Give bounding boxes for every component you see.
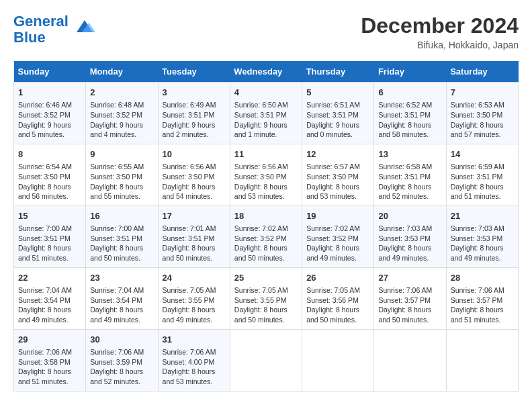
day-header-saturday: Saturday [446,61,518,83]
day-number: 30 [90,334,153,346]
day-number: 26 [306,272,369,284]
calendar-table: SundayMondayTuesdayWednesdayThursdayFrid… [13,61,519,392]
day-info: Sunrise: 6:56 AMSunset: 3:50 PMDaylight:… [163,162,226,201]
day-number: 20 [378,210,441,222]
calendar-cell: 29Sunrise: 7:06 AMSunset: 3:58 PMDayligh… [14,329,86,391]
logo-text: GeneralBlue [13,13,69,46]
main-title: December 2024 [361,13,519,38]
day-info: Sunrise: 7:00 AMSunset: 3:51 PMDaylight:… [90,224,153,263]
calendar-cell: 30Sunrise: 7:06 AMSunset: 3:59 PMDayligh… [86,329,158,391]
day-number: 12 [306,148,369,161]
calendar-cell: 4Sunrise: 6:50 AMSunset: 3:51 PMDaylight… [230,83,302,144]
calendar-cell: 28Sunrise: 7:06 AMSunset: 3:57 PMDayligh… [446,267,518,329]
calendar-cell [230,329,302,391]
day-number: 15 [18,210,81,222]
calendar-week-4: 22Sunrise: 7:04 AMSunset: 3:54 PMDayligh… [14,267,519,329]
calendar-cell: 26Sunrise: 7:05 AMSunset: 3:56 PMDayligh… [302,267,374,329]
calendar-week-5: 29Sunrise: 7:06 AMSunset: 3:58 PMDayligh… [14,329,519,391]
calendar-cell [302,329,374,391]
day-info: Sunrise: 7:06 AMSunset: 3:59 PMDaylight:… [90,347,153,387]
calendar-cell: 1Sunrise: 6:46 AMSunset: 3:52 PMDaylight… [14,83,86,144]
calendar-cell: 20Sunrise: 7:03 AMSunset: 3:53 PMDayligh… [374,205,446,267]
day-info: Sunrise: 7:04 AMSunset: 3:54 PMDaylight:… [18,285,81,325]
day-number: 1 [18,87,81,99]
day-info: Sunrise: 6:58 AMSunset: 3:51 PMDaylight:… [378,162,441,201]
day-number: 13 [378,148,441,161]
calendar-cell: 15Sunrise: 7:00 AMSunset: 3:51 PMDayligh… [14,205,86,267]
day-info: Sunrise: 6:50 AMSunset: 3:51 PMDaylight:… [234,100,298,140]
day-info: Sunrise: 6:46 AMSunset: 3:52 PMDaylight:… [18,100,81,140]
day-number: 31 [163,334,226,346]
calendar-cell: 6Sunrise: 6:52 AMSunset: 3:51 PMDaylight… [374,83,446,144]
calendar-cell: 24Sunrise: 7:05 AMSunset: 3:55 PMDayligh… [158,267,230,329]
calendar-cell: 18Sunrise: 7:02 AMSunset: 3:52 PMDayligh… [230,205,302,267]
day-info: Sunrise: 6:48 AMSunset: 3:52 PMDaylight:… [90,100,153,140]
day-info: Sunrise: 7:06 AMSunset: 4:00 PMDaylight:… [163,347,226,387]
calendar-cell: 9Sunrise: 6:55 AMSunset: 3:50 PMDaylight… [86,144,158,205]
day-info: Sunrise: 7:02 AMSunset: 3:52 PMDaylight:… [306,224,369,263]
day-number: 16 [90,210,153,222]
day-number: 7 [451,87,514,99]
day-number: 22 [18,272,81,284]
title-block: December 2024 Bifuka, Hokkaido, Japan [361,13,519,50]
day-number: 19 [306,210,369,222]
calendar-cell: 19Sunrise: 7:02 AMSunset: 3:52 PMDayligh… [302,205,374,267]
calendar-cell: 10Sunrise: 6:56 AMSunset: 3:50 PMDayligh… [158,144,230,205]
page-header: GeneralBlue December 2024 Bifuka, Hokkai… [13,13,519,50]
day-info: Sunrise: 7:06 AMSunset: 3:58 PMDaylight:… [18,347,81,387]
calendar-cell [374,329,446,391]
day-header-sunday: Sunday [14,61,86,83]
calendar-cell: 25Sunrise: 7:05 AMSunset: 3:55 PMDayligh… [230,267,302,329]
day-number: 29 [18,334,81,346]
day-number: 4 [234,87,298,99]
calendar-cell: 27Sunrise: 7:06 AMSunset: 3:57 PMDayligh… [374,267,446,329]
day-info: Sunrise: 7:00 AMSunset: 3:51 PMDaylight:… [18,224,81,263]
calendar-week-3: 15Sunrise: 7:00 AMSunset: 3:51 PMDayligh… [14,205,519,267]
day-number: 27 [378,272,441,284]
day-header-wednesday: Wednesday [230,61,302,83]
subtitle: Bifuka, Hokkaido, Japan [361,40,519,50]
day-info: Sunrise: 6:53 AMSunset: 3:50 PMDaylight:… [451,100,514,140]
day-number: 28 [451,272,514,284]
day-number: 24 [163,272,226,284]
calendar-week-1: 1Sunrise: 6:46 AMSunset: 3:52 PMDaylight… [14,83,519,144]
day-number: 25 [234,272,298,284]
calendar-week-2: 8Sunrise: 6:54 AMSunset: 3:50 PMDaylight… [14,144,519,205]
day-header-tuesday: Tuesday [158,61,230,83]
day-number: 17 [163,210,226,222]
header-row: SundayMondayTuesdayWednesdayThursdayFrid… [14,61,519,83]
calendar-cell: 22Sunrise: 7:04 AMSunset: 3:54 PMDayligh… [14,267,86,329]
calendar-cell: 5Sunrise: 6:51 AMSunset: 3:51 PMDaylight… [302,83,374,144]
day-number: 8 [18,148,81,161]
day-info: Sunrise: 7:03 AMSunset: 3:53 PMDaylight:… [378,224,441,263]
day-header-monday: Monday [86,61,158,83]
day-info: Sunrise: 7:01 AMSunset: 3:51 PMDaylight:… [163,224,226,263]
day-header-thursday: Thursday [302,61,374,83]
day-info: Sunrise: 6:57 AMSunset: 3:50 PMDaylight:… [306,162,369,201]
day-number: 23 [90,272,153,284]
calendar-cell [446,329,518,391]
calendar-cell: 17Sunrise: 7:01 AMSunset: 3:51 PMDayligh… [158,205,230,267]
day-info: Sunrise: 6:55 AMSunset: 3:50 PMDaylight:… [90,162,153,201]
day-info: Sunrise: 6:52 AMSunset: 3:51 PMDaylight:… [378,100,441,140]
day-info: Sunrise: 7:05 AMSunset: 3:56 PMDaylight:… [306,285,369,325]
calendar-cell: 2Sunrise: 6:48 AMSunset: 3:52 PMDaylight… [86,83,158,144]
logo-icon [70,13,95,39]
day-number: 3 [163,87,226,99]
calendar-cell: 16Sunrise: 7:00 AMSunset: 3:51 PMDayligh… [86,205,158,267]
day-number: 14 [451,148,514,161]
logo: GeneralBlue [13,13,95,46]
day-info: Sunrise: 7:05 AMSunset: 3:55 PMDaylight:… [163,285,226,325]
day-info: Sunrise: 6:54 AMSunset: 3:50 PMDaylight:… [18,162,81,201]
calendar-cell: 21Sunrise: 7:03 AMSunset: 3:53 PMDayligh… [446,205,518,267]
day-info: Sunrise: 6:51 AMSunset: 3:51 PMDaylight:… [306,100,369,140]
day-number: 11 [234,148,298,161]
day-number: 5 [306,87,369,99]
calendar-cell: 8Sunrise: 6:54 AMSunset: 3:50 PMDaylight… [14,144,86,205]
day-info: Sunrise: 7:06 AMSunset: 3:57 PMDaylight:… [378,285,441,325]
day-info: Sunrise: 6:59 AMSunset: 3:51 PMDaylight:… [451,162,514,201]
calendar-cell: 13Sunrise: 6:58 AMSunset: 3:51 PMDayligh… [374,144,446,205]
day-info: Sunrise: 7:04 AMSunset: 3:54 PMDaylight:… [90,285,153,325]
day-number: 21 [451,210,514,222]
day-number: 6 [378,87,441,99]
